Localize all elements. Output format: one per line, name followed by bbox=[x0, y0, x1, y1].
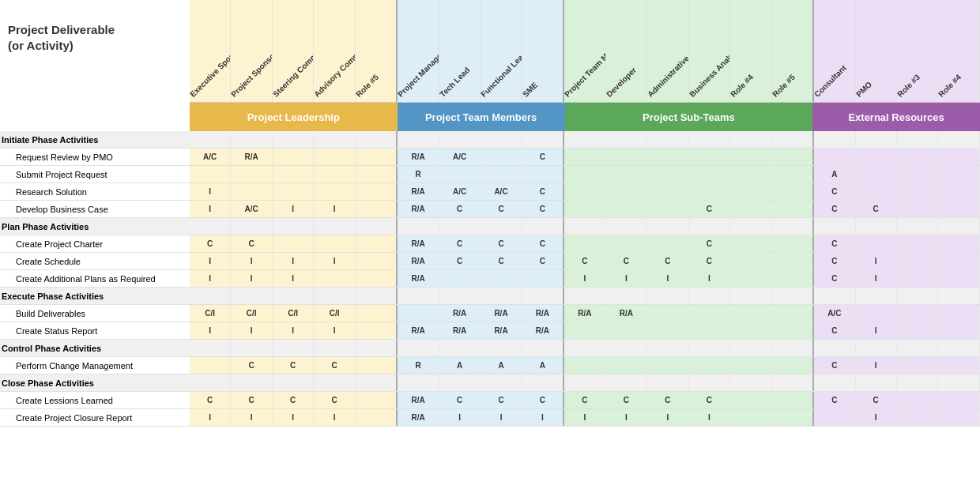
data-cell bbox=[564, 218, 605, 235]
data-cell bbox=[564, 322, 605, 339]
data-row: IR/AA/CA/CCC bbox=[190, 183, 980, 201]
data-cell bbox=[772, 374, 814, 391]
data-cell: C bbox=[273, 357, 314, 374]
data-cell: C bbox=[814, 322, 855, 339]
data-cell bbox=[439, 166, 481, 182]
data-cell bbox=[647, 131, 688, 148]
data-cell: I bbox=[689, 409, 730, 426]
data-row: CCCCR/ACCCCCCCCC bbox=[190, 392, 980, 409]
data-cell bbox=[439, 374, 481, 391]
data-cell bbox=[938, 340, 979, 356]
data-cell bbox=[481, 149, 522, 165]
data-cell bbox=[606, 149, 647, 165]
data-cell bbox=[689, 340, 730, 356]
data-cell: A/C bbox=[231, 201, 272, 217]
data-cell bbox=[689, 374, 730, 391]
phase-header-row bbox=[190, 131, 980, 149]
data-cell bbox=[356, 322, 398, 339]
data-grid: A/CR/AR/AA/CCRAIR/AA/CA/CCCIA/CIIR/ACCCC… bbox=[190, 131, 980, 427]
data-row: RA bbox=[190, 166, 980, 183]
data-cell: R bbox=[398, 357, 439, 374]
data-cell: R/A bbox=[481, 322, 522, 339]
data-cell bbox=[856, 131, 897, 148]
data-cell bbox=[356, 288, 398, 304]
phase-header-row bbox=[190, 340, 980, 357]
data-row: CCCRAAACI bbox=[190, 357, 980, 374]
data-cell: I bbox=[606, 270, 647, 287]
data-cell bbox=[856, 183, 897, 200]
data-cell: C bbox=[231, 357, 272, 374]
data-cell bbox=[398, 340, 439, 356]
data-cell: R/A bbox=[564, 305, 605, 322]
data-cell bbox=[564, 357, 605, 374]
data-cell bbox=[231, 288, 272, 304]
data-cell bbox=[190, 218, 231, 235]
data-cell bbox=[730, 183, 771, 200]
data-cell bbox=[730, 235, 771, 252]
data-row: CCR/ACCCCC bbox=[190, 235, 980, 253]
data-cell bbox=[606, 340, 647, 356]
data-cell bbox=[481, 218, 522, 235]
data-cell: C bbox=[814, 357, 855, 374]
data-cell: I bbox=[273, 409, 314, 426]
activity-label: Request Review by PMO bbox=[0, 149, 190, 166]
data-cell bbox=[439, 288, 481, 304]
data-cell bbox=[314, 218, 355, 235]
data-cell: I bbox=[231, 270, 272, 287]
data-cell bbox=[356, 201, 398, 217]
data-cell bbox=[356, 253, 398, 269]
data-cell bbox=[730, 270, 771, 287]
data-cell: C bbox=[856, 201, 897, 217]
data-cell bbox=[772, 201, 814, 217]
data-cell: R/A bbox=[398, 322, 439, 339]
table-area: Initiate Phase ActivitiesRequest Review … bbox=[0, 131, 980, 427]
data-cell: I bbox=[856, 322, 897, 339]
header-area: Project Deliverable(or Activity) Executi… bbox=[0, 0, 980, 131]
data-cell bbox=[689, 166, 730, 182]
data-cell: R/A bbox=[398, 270, 439, 287]
data-cell bbox=[897, 183, 938, 200]
data-row: IA/CIIR/ACCCCCC bbox=[190, 201, 980, 218]
data-cell bbox=[606, 166, 647, 182]
data-cell: C bbox=[522, 149, 564, 165]
data-cell bbox=[606, 131, 647, 148]
data-cell bbox=[564, 235, 605, 252]
data-cell: C bbox=[647, 392, 688, 408]
data-cell: I bbox=[231, 253, 272, 269]
data-cell: I bbox=[314, 322, 355, 339]
data-cell: I bbox=[190, 322, 231, 339]
data-cell bbox=[398, 305, 439, 322]
data-cell: I bbox=[856, 357, 897, 374]
phase-header-row bbox=[190, 374, 980, 392]
data-cell bbox=[647, 288, 688, 304]
data-cell bbox=[730, 201, 771, 217]
data-cell bbox=[314, 270, 355, 287]
data-cell: I bbox=[314, 409, 355, 426]
data-cell bbox=[231, 166, 272, 182]
data-cell bbox=[897, 253, 938, 269]
data-cell bbox=[814, 149, 855, 165]
activity-label: Create Additional Plans as Required bbox=[0, 270, 190, 288]
data-cell bbox=[647, 235, 688, 252]
data-cell bbox=[897, 409, 938, 426]
data-cell: R/A bbox=[231, 149, 272, 165]
data-cell bbox=[689, 149, 730, 165]
data-cell bbox=[481, 131, 522, 148]
data-cell bbox=[564, 374, 605, 391]
data-cell bbox=[856, 166, 897, 182]
activity-label: Submit Project Request bbox=[0, 166, 190, 183]
data-cell bbox=[231, 131, 272, 148]
data-cell bbox=[938, 253, 979, 269]
data-cell bbox=[856, 149, 897, 165]
data-cell bbox=[814, 218, 855, 235]
phase-header-row bbox=[190, 288, 980, 305]
data-cell bbox=[439, 131, 481, 148]
data-cell: C bbox=[439, 253, 481, 269]
data-cell: R/A bbox=[398, 392, 439, 408]
data-cell: C bbox=[231, 392, 272, 408]
data-cell bbox=[398, 288, 439, 304]
data-cell bbox=[772, 235, 814, 252]
data-cell bbox=[231, 218, 272, 235]
data-cell: I bbox=[606, 409, 647, 426]
data-cell: A/C bbox=[481, 183, 522, 200]
